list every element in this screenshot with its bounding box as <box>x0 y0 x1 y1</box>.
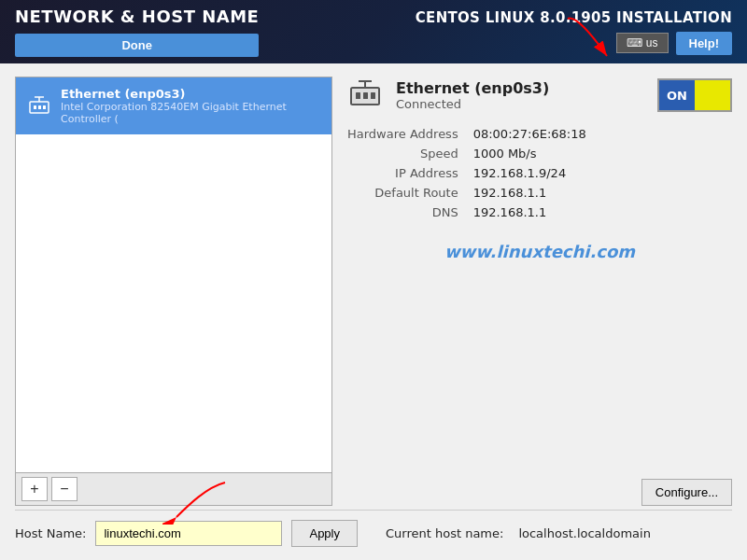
current-hostname-label: Current host name: <box>386 526 503 540</box>
network-detail-panel: Ethernet (enp0s3) Connected ON Hardware … <box>347 77 732 506</box>
network-info-table: Hardware Address 08:00:27:6E:68:18 Speed… <box>347 127 732 219</box>
svg-rect-3 <box>38 105 41 109</box>
hostname-input[interactable] <box>95 521 282 546</box>
watermark: www.linuxtechi.com <box>347 242 732 261</box>
network-item-text: Ethernet (enp0s3) Intel Corporation 8254… <box>61 87 320 125</box>
toggle-slider <box>695 80 726 110</box>
detail-eth-icon <box>347 77 385 114</box>
detail-header-left: Ethernet (enp0s3) Connected <box>347 77 549 114</box>
header: NETWORK & HOST NAME Done CENTOS LINUX 8.… <box>0 0 747 63</box>
default-route-label: Default Route <box>347 186 458 200</box>
detail-eth-status: Connected <box>396 97 549 111</box>
hostname-label: Host Name: <box>15 526 86 540</box>
svg-rect-2 <box>34 105 36 109</box>
ip-address-label: IP Address <box>347 166 458 180</box>
dns-label: DNS <box>347 205 458 219</box>
done-button[interactable]: Done <box>15 34 259 57</box>
toggle-on-label: ON <box>659 80 695 110</box>
add-network-button[interactable]: + <box>21 477 48 501</box>
network-list-item[interactable]: Ethernet (enp0s3) Intel Corporation 8254… <box>16 77 331 134</box>
ethernet-icon <box>27 93 51 119</box>
hw-address-value: 08:00:27:6E:68:18 <box>473 127 732 141</box>
header-controls: ⌨ us Help! <box>616 32 732 55</box>
page-title: NETWORK & HOST NAME <box>15 7 259 26</box>
detail-header: Ethernet (enp0s3) Connected ON <box>347 77 732 114</box>
arrow-annotation-hostname <box>160 478 234 525</box>
keyboard-icon: ⌨ <box>627 36 642 49</box>
speed-value: 1000 Mb/s <box>473 147 732 161</box>
lang-label: us <box>646 36 658 49</box>
current-hostname-value: localhost.localdomain <box>518 526 650 540</box>
configure-button[interactable]: Configure... <box>641 479 732 506</box>
detail-name-group: Ethernet (enp0s3) Connected <box>396 79 549 111</box>
ethernet-toggle[interactable]: ON <box>657 78 732 112</box>
ip-address-value: 192.168.1.9/24 <box>473 166 732 180</box>
svg-rect-10 <box>371 92 375 99</box>
svg-rect-4 <box>43 105 46 109</box>
help-button[interactable]: Help! <box>676 32 733 55</box>
default-route-value: 192.168.1.1 <box>473 186 732 200</box>
network-list: Ethernet (enp0s3) Intel Corporation 8254… <box>16 77 331 472</box>
arrow-annotation-header <box>558 9 614 61</box>
apply-button[interactable]: Apply <box>291 520 358 547</box>
language-button[interactable]: ⌨ us <box>616 33 669 53</box>
dns-value: 192.168.1.1 <box>473 205 732 219</box>
network-list-panel: Ethernet (enp0s3) Intel Corporation 8254… <box>15 77 332 506</box>
svg-rect-8 <box>356 92 360 99</box>
hostname-section: Host Name: Apply Current host name: loca… <box>15 510 732 547</box>
network-item-desc: Intel Corporation 82540EM Gigabit Ethern… <box>61 101 320 125</box>
main-content: Ethernet (enp0s3) Intel Corporation 8254… <box>0 63 747 560</box>
remove-network-button[interactable]: − <box>51 477 78 501</box>
top-section: Ethernet (enp0s3) Intel Corporation 8254… <box>15 77 732 506</box>
header-left: NETWORK & HOST NAME Done <box>15 7 259 57</box>
svg-rect-9 <box>363 92 368 99</box>
speed-label: Speed <box>347 147 458 161</box>
detail-eth-name: Ethernet (enp0s3) <box>396 79 549 97</box>
hw-address-label: Hardware Address <box>347 127 458 141</box>
network-item-name: Ethernet (enp0s3) <box>61 87 320 101</box>
